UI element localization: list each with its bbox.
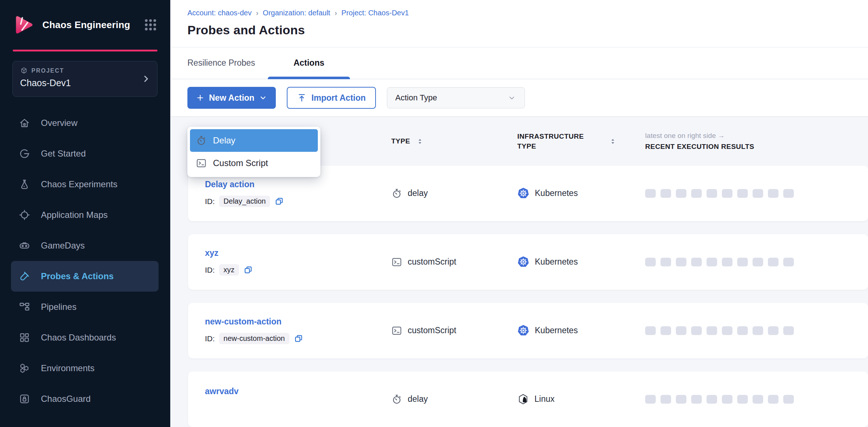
pipeline-icon	[18, 301, 31, 313]
action-name-link[interactable]: xyz	[205, 248, 391, 258]
sidebar-item-chaos-dashboards[interactable]: Chaos Dashboards	[11, 322, 159, 353]
column-header-infrastructure-type: INFRASTRUCTURE TYPE	[517, 131, 645, 151]
sidebar-item-label: GameDays	[41, 241, 85, 251]
execution-result-placeholder	[783, 258, 794, 266]
execution-result-placeholder	[737, 258, 748, 266]
import-action-button[interactable]: Import Action	[287, 87, 376, 109]
recent-execution-results	[645, 189, 868, 198]
sort-icon[interactable]	[416, 138, 424, 145]
column-header-type: TYPE	[391, 137, 517, 145]
execution-result-placeholder	[660, 326, 671, 335]
sort-icon[interactable]	[609, 138, 617, 145]
new-action-label: New Action	[209, 93, 254, 103]
execution-result-placeholder	[707, 326, 717, 335]
sidebar-item-label: Pipelines	[41, 302, 76, 312]
plus-icon	[196, 94, 204, 102]
stopwatch-icon	[196, 135, 207, 146]
chevron-right-icon: ›	[335, 9, 337, 17]
action-name-link[interactable]: Delay action	[205, 180, 391, 189]
execution-result-placeholder	[768, 258, 778, 266]
copy-icon[interactable]	[274, 197, 284, 206]
execution-result-placeholder	[768, 189, 778, 198]
chevron-right-icon	[141, 74, 151, 84]
execution-result-placeholder	[660, 395, 671, 404]
action-name-link[interactable]: new-custom-action	[205, 317, 391, 327]
action-id: ID: xyz	[205, 264, 391, 276]
kubernetes-icon	[517, 256, 529, 268]
execution-result-placeholder	[645, 189, 656, 198]
table-row: new-custom-action ID: new-custom-action …	[188, 303, 868, 358]
execution-result-placeholder	[783, 189, 794, 198]
sidebar-item-label: Get Started	[41, 149, 86, 159]
copy-icon[interactable]	[294, 334, 303, 343]
actions-table: Delay action ID: Delay_action delay Kube…	[171, 166, 868, 427]
copy-icon[interactable]	[243, 265, 253, 275]
terminal-icon	[391, 257, 402, 268]
terminal-icon	[196, 158, 207, 169]
sidebar-item-pipelines[interactable]: Pipelines	[11, 292, 159, 322]
import-action-label: Import Action	[311, 93, 366, 103]
sidebar-item-application-maps[interactable]: Application Maps	[11, 200, 159, 230]
new-action-button[interactable]: New Action	[187, 87, 276, 109]
chevron-down-icon	[507, 93, 517, 103]
tab-actions[interactable]: Actions	[293, 47, 324, 79]
menu-item-custom-script[interactable]: Custom Script	[190, 152, 318, 174]
sidebar-nav: Overview Get Started Chaos Experiments	[0, 108, 170, 414]
main-content: Account: chaos-dev › Organization: defau…	[170, 0, 868, 427]
menu-item-delay[interactable]: Delay	[190, 129, 318, 152]
kubernetes-icon	[517, 324, 529, 336]
chaos-engineering-logo	[12, 14, 35, 35]
action-type-cell: customScript	[391, 257, 517, 268]
execution-result-placeholder	[645, 326, 656, 335]
page-header: Account: chaos-dev › Organization: defau…	[171, 0, 868, 47]
action-id-value: xyz	[219, 264, 239, 276]
execution-result-placeholder	[753, 258, 763, 266]
breadcrumb: Account: chaos-dev › Organization: defau…	[187, 9, 868, 17]
project-name: Chaos-Dev1	[20, 78, 150, 88]
shield-lock-icon	[18, 393, 31, 405]
sidebar-item-label: Chaos Experiments	[41, 179, 117, 189]
execution-result-placeholder	[722, 189, 732, 198]
execution-result-placeholder	[660, 189, 671, 198]
execution-result-placeholder	[691, 258, 702, 266]
sidebar-item-label: Probes & Actions	[41, 271, 114, 281]
breadcrumb-organization[interactable]: Organization: default	[263, 9, 330, 17]
action-type-label: Action Type	[395, 93, 437, 103]
infrastructure-type-cell: Linux	[517, 393, 645, 405]
menu-item-label: Custom Script	[213, 158, 268, 168]
execution-result-placeholder	[768, 326, 778, 335]
breadcrumb-project[interactable]: Project: Chaos-Dev1	[342, 9, 409, 17]
get-started-icon	[18, 147, 31, 160]
breadcrumb-account[interactable]: Account: chaos-dev	[187, 9, 252, 17]
test-tube-icon	[18, 270, 31, 282]
new-action-dropdown-menu: Delay Custom Script	[187, 127, 320, 177]
results-note: latest one on right side →	[645, 132, 754, 140]
project-selector[interactable]: PROJECT Chaos-Dev1	[12, 61, 157, 97]
sidebar-item-chaos-experiments[interactable]: Chaos Experiments	[11, 169, 159, 200]
recent-execution-results	[645, 395, 868, 404]
sidebar-item-environments[interactable]: Environments	[11, 353, 159, 384]
stopwatch-icon	[391, 394, 402, 405]
sidebar-item-chaosguard[interactable]: ChaosGuard	[11, 384, 159, 414]
app-switcher-grid-icon[interactable]	[143, 18, 158, 32]
recent-execution-results	[645, 258, 868, 266]
dashboard-icon	[18, 331, 31, 344]
action-type-filter[interactable]: Action Type	[387, 87, 525, 108]
sidebar-item-get-started[interactable]: Get Started	[11, 138, 159, 169]
action-name-link[interactable]: awrvadv	[205, 386, 391, 396]
sidebar-item-overview[interactable]: Overview	[11, 108, 159, 138]
sidebar-item-probes-and-actions[interactable]: Probes & Actions	[11, 261, 159, 292]
tab-resilience-probes[interactable]: Resilience Probes	[187, 47, 255, 79]
execution-result-placeholder	[722, 326, 732, 335]
tab-bar: Resilience Probes Actions	[171, 47, 868, 80]
execution-result-placeholder	[753, 326, 763, 335]
target-icon	[18, 209, 31, 221]
sidebar-item-gamedays[interactable]: GameDays	[11, 230, 159, 261]
kubernetes-icon	[517, 187, 529, 199]
execution-result-placeholder	[691, 189, 702, 198]
action-id-value: Delay_action	[219, 196, 270, 207]
execution-result-placeholder	[660, 258, 671, 266]
execution-result-placeholder	[707, 189, 717, 198]
terminal-icon	[391, 325, 402, 336]
sidebar-item-label: Application Maps	[41, 210, 108, 220]
